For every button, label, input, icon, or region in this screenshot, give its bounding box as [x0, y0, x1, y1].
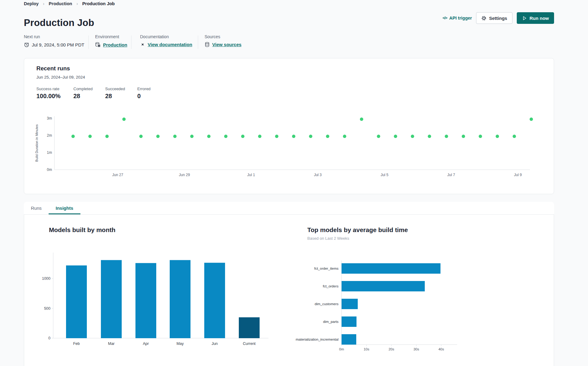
- chevron-right-icon: ›: [43, 1, 44, 6]
- svg-text:Apr: Apr: [143, 342, 149, 346]
- stat-errored: Errored 0: [137, 87, 150, 100]
- svg-text:Jul 9: Jul 9: [514, 173, 522, 177]
- chevron-right-icon: ›: [76, 1, 78, 6]
- documentation-block: Documentation View documentation: [140, 34, 192, 47]
- top-models-chart: 0m10s20s30s40sfct_order_itemsfct_ordersd…: [290, 257, 511, 358]
- breadcrumb-deploy[interactable]: Deploy: [24, 1, 39, 6]
- top-models-subtitle: Based on Last 2 Weeks: [307, 236, 349, 241]
- stat-success-rate: Success rate 100.00%: [36, 87, 61, 100]
- stat-label: Success rate: [36, 87, 61, 91]
- stat-completed: Completed 28: [73, 87, 93, 100]
- gear-icon: [481, 16, 486, 21]
- divider: [131, 35, 131, 49]
- next-run-block: Next run Jul 9, 2024, 5:00 PM PDT: [24, 34, 84, 47]
- svg-text:materialization_incremental: materialization_incremental: [296, 338, 338, 341]
- stat-label: Completed: [73, 87, 93, 91]
- svg-text:Jun: Jun: [212, 342, 218, 346]
- svg-text:Mar: Mar: [108, 342, 115, 346]
- stat-label: Succeeded: [105, 87, 125, 91]
- svg-text:Jul 5: Jul 5: [381, 173, 389, 177]
- svg-text:1m: 1m: [47, 150, 52, 155]
- svg-text:dim_customers: dim_customers: [315, 302, 338, 306]
- divider: [198, 35, 198, 49]
- stat-label: Errored: [137, 87, 150, 91]
- stat-value: 28: [105, 93, 125, 100]
- build-duration-chart: 0m1m2m3mBuild Duration in MinutesJun 27J…: [24, 110, 554, 183]
- api-trigger-link[interactable]: </> API trigger: [442, 16, 472, 20]
- stat-value: 100.00%: [36, 93, 61, 100]
- recent-runs-title: Recent runs: [36, 65, 70, 72]
- database-icon: [205, 42, 210, 47]
- play-icon: [522, 16, 527, 21]
- svg-text:0: 0: [48, 336, 50, 340]
- top-models-title: Top models by average build time: [307, 226, 408, 234]
- dbt-docs-icon: [140, 42, 145, 47]
- breadcrumb: Deploy › Production › Production Job: [24, 1, 115, 6]
- stat-succeeded: Succeeded 28: [105, 87, 125, 100]
- environment-block: Environment Production: [95, 34, 127, 47]
- svg-text:40s: 40s: [438, 347, 444, 351]
- settings-button[interactable]: Settings: [476, 12, 512, 24]
- settings-label: Settings: [489, 16, 507, 21]
- svg-text:10s: 10s: [364, 347, 369, 351]
- run-now-label: Run now: [530, 16, 549, 21]
- svg-text:Jul 1: Jul 1: [247, 173, 255, 177]
- header-actions: </> API trigger Settings Run now: [442, 12, 554, 24]
- svg-text:Jun 27: Jun 27: [112, 173, 123, 177]
- api-trigger-label: API trigger: [449, 16, 472, 20]
- svg-text:Build Duration in Minutes: Build Duration in Minutes: [35, 124, 39, 162]
- svg-text:30s: 30s: [413, 347, 419, 351]
- run-now-button[interactable]: Run now: [517, 12, 554, 24]
- breadcrumb-production-job: Production Job: [82, 1, 115, 6]
- view-documentation-link[interactable]: View documentation: [148, 42, 192, 47]
- svg-text:Jul 7: Jul 7: [447, 173, 455, 177]
- svg-text:20s: 20s: [389, 347, 394, 351]
- svg-text:Jul 3: Jul 3: [314, 173, 322, 177]
- sources-block: Sources View sources: [205, 34, 242, 47]
- models-by-month-title: Models built by month: [49, 226, 116, 234]
- svg-text:0m: 0m: [339, 347, 344, 351]
- models-by-month-chart: 05001000FebMarAprMayJunCurrent: [24, 251, 284, 355]
- svg-text:fct_orders: fct_orders: [323, 284, 338, 288]
- svg-text:2m: 2m: [47, 133, 52, 138]
- documentation-label: Documentation: [140, 34, 192, 39]
- svg-text:500: 500: [44, 306, 50, 311]
- tab-insights[interactable]: Insights: [49, 202, 80, 214]
- recent-runs-date-range: Jun 25, 2024–Jul 09, 2024: [36, 75, 85, 79]
- stat-value: 28: [73, 93, 93, 100]
- svg-text:3m: 3m: [47, 116, 52, 120]
- alarm-clock-icon: [24, 42, 29, 47]
- breadcrumb-production[interactable]: Production: [49, 1, 72, 6]
- sources-label: Sources: [205, 34, 242, 39]
- next-run-label: Next run: [24, 34, 84, 39]
- svg-text:dim_parts: dim_parts: [323, 320, 339, 323]
- code-icon: </>: [442, 16, 447, 20]
- svg-text:May: May: [176, 342, 184, 346]
- view-sources-link[interactable]: View sources: [212, 42, 242, 47]
- environment-label: Environment: [95, 34, 127, 39]
- svg-text:1000: 1000: [42, 276, 50, 281]
- page-title: Production Job: [24, 17, 94, 28]
- stat-value: 0: [137, 93, 150, 100]
- svg-text:fct_order_items: fct_order_items: [314, 267, 339, 270]
- environment-icon: [95, 42, 101, 47]
- divider: [88, 35, 89, 49]
- next-run-value: Jul 9, 2024, 5:00 PM PDT: [32, 42, 84, 47]
- environment-link[interactable]: Production: [103, 42, 127, 47]
- svg-text:0m: 0m: [47, 168, 52, 172]
- tab-runs[interactable]: Runs: [24, 202, 49, 214]
- svg-text:Jun 29: Jun 29: [179, 173, 190, 177]
- svg-text:Current: Current: [243, 342, 256, 346]
- tab-row: Runs Insights: [24, 202, 554, 215]
- svg-text:Feb: Feb: [73, 342, 80, 346]
